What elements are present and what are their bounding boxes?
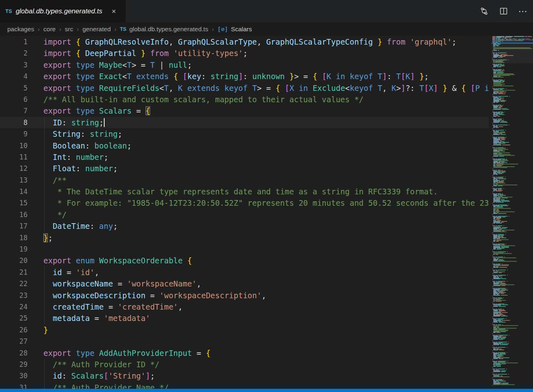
code-editor[interactable]: 1import { GraphQLResolveInfo, GraphQLSca… — [0, 36, 489, 389]
breadcrumb-item-src[interactable]: src — [65, 26, 73, 33]
tab-bar: TS global.db.types.generated.ts × — [0, 0, 533, 22]
line-number: 23 — [0, 290, 28, 301]
line-number: 16 — [0, 209, 28, 220]
code-line[interactable]: 18}; — [0, 232, 489, 243]
code-line[interactable]: 11 Int: number; — [0, 151, 489, 163]
code-line[interactable]: 25 metadata = 'metadata' — [0, 312, 489, 324]
status-bar — [0, 389, 533, 392]
code-line[interactable]: 30 id: Scalars['String']; — [0, 370, 489, 381]
editor-actions: ⋯ — [479, 0, 527, 22]
line-number: 20 — [0, 255, 28, 266]
open-changes-icon[interactable] — [479, 7, 488, 16]
code-line[interactable]: 5export type RequireFields<T, K extends … — [0, 82, 489, 94]
code-line[interactable]: 20export enum WorkspaceOrderable { — [0, 255, 489, 266]
code-line[interactable]: 17 DateTime: any; — [0, 220, 489, 232]
line-number: 27 — [0, 336, 28, 347]
line-number: 10 — [0, 140, 28, 151]
code-line[interactable]: 1import { GraphQLResolveInfo, GraphQLSca… — [0, 36, 489, 47]
text-cursor — [104, 118, 105, 127]
breadcrumb-separator: › — [114, 26, 116, 32]
line-number: 4 — [0, 71, 28, 82]
code-line[interactable]: 16 */ — [0, 209, 489, 220]
line-number: 24 — [0, 301, 28, 312]
code-line[interactable]: 7export type Scalars = { — [0, 105, 489, 116]
more-actions-icon[interactable]: ⋯ — [518, 7, 527, 16]
code-line[interactable]: 21 id = 'id', — [0, 267, 489, 278]
line-number: 3 — [0, 59, 28, 71]
line-number: 2 — [0, 47, 28, 59]
line-number: 22 — [0, 278, 28, 289]
line-number: 6 — [0, 94, 28, 105]
code-line[interactable]: 3export type Maybe<T> = T | null; — [0, 59, 489, 71]
breadcrumb-item-packages[interactable]: packages — [7, 26, 34, 33]
code-line[interactable]: 27 — [0, 336, 489, 347]
vscode-editor-window: TS global.db.types.generated.ts × — [0, 0, 533, 392]
line-number: 19 — [0, 243, 28, 255]
code-line[interactable]: 6/** All built-in and custom scalars, ma… — [0, 94, 489, 105]
close-tab-icon[interactable]: × — [110, 7, 118, 16]
code-line[interactable]: 22 workspaceName = 'workspaceName', — [0, 278, 489, 289]
line-number: 9 — [0, 128, 28, 140]
line-number: 29 — [0, 359, 28, 370]
code-line[interactable]: 29 /** Auth Provider ID */ — [0, 359, 489, 370]
line-number: 8 — [0, 117, 28, 128]
line-number: 15 — [0, 197, 28, 209]
line-number: 18 — [0, 232, 28, 243]
breadcrumb: packages›core›src›generated›TSglobal.db.… — [0, 22, 533, 36]
code-line[interactable]: 31 /** Auth Provider Name */ — [0, 382, 489, 389]
breadcrumb-separator: › — [59, 26, 61, 32]
code-line[interactable]: 19 — [0, 243, 489, 255]
line-number: 11 — [0, 151, 28, 163]
code-line[interactable]: 14 * The DateTime scalar type represents… — [0, 186, 489, 197]
code-line[interactable]: 15 * For example: "1985-04-12T23:20:50.5… — [0, 197, 489, 209]
line-number: 14 — [0, 186, 28, 197]
line-number: 21 — [0, 267, 28, 278]
breadcrumb-item-symbol[interactable]: Scalars — [231, 26, 252, 33]
line-number: 13 — [0, 174, 28, 186]
code-line[interactable]: 2import { DeepPartial } from 'utility-ty… — [0, 47, 489, 59]
typescript-file-icon: TS — [5, 8, 12, 14]
line-number: 31 — [0, 382, 28, 389]
breadcrumb-item-file[interactable]: global.db.types.generated.ts — [129, 26, 208, 33]
line-number: 7 — [0, 105, 28, 116]
code-line[interactable]: 13 /** — [0, 174, 489, 186]
code-line[interactable]: 9 String: string; — [0, 128, 489, 140]
tab-global-db-types-generated[interactable]: TS global.db.types.generated.ts × — [0, 0, 126, 22]
code-line[interactable]: 24 createdTime = 'createdTime', — [0, 301, 489, 312]
line-number: 17 — [0, 220, 28, 232]
code-line[interactable]: 8 ID: string; — [0, 117, 489, 128]
breadcrumb-item-generated[interactable]: generated — [82, 26, 111, 33]
line-number: 26 — [0, 324, 28, 336]
code-line[interactable]: 12 Float: number; — [0, 163, 489, 174]
breadcrumb-separator: › — [38, 26, 40, 32]
code-line[interactable]: 4export type Exact<T extends { [key: str… — [0, 71, 489, 82]
symbol-type-icon: [⊘] — [217, 26, 228, 32]
code-line[interactable]: 23 workspaceDescription = 'workspaceDesc… — [0, 290, 489, 301]
line-number: 1 — [0, 36, 28, 47]
line-number: 30 — [0, 370, 28, 381]
line-number: 28 — [0, 347, 28, 359]
tab-title: global.db.types.generated.ts — [16, 7, 103, 15]
line-number: 25 — [0, 312, 28, 324]
split-editor-icon[interactable] — [499, 7, 508, 16]
code-line[interactable]: 26} — [0, 324, 489, 336]
breadcrumb-separator: › — [77, 26, 79, 32]
code-line[interactable]: 10 Boolean: boolean; — [0, 140, 489, 151]
line-number: 5 — [0, 82, 28, 94]
code-line[interactable]: 28export type AddAuthProviderInput = { — [0, 347, 489, 359]
typescript-file-icon: TS — [120, 26, 127, 32]
breadcrumb-separator: › — [212, 26, 214, 32]
breadcrumb-item-core[interactable]: core — [43, 26, 56, 33]
minimap[interactable] — [492, 36, 533, 389]
line-number: 12 — [0, 163, 28, 174]
